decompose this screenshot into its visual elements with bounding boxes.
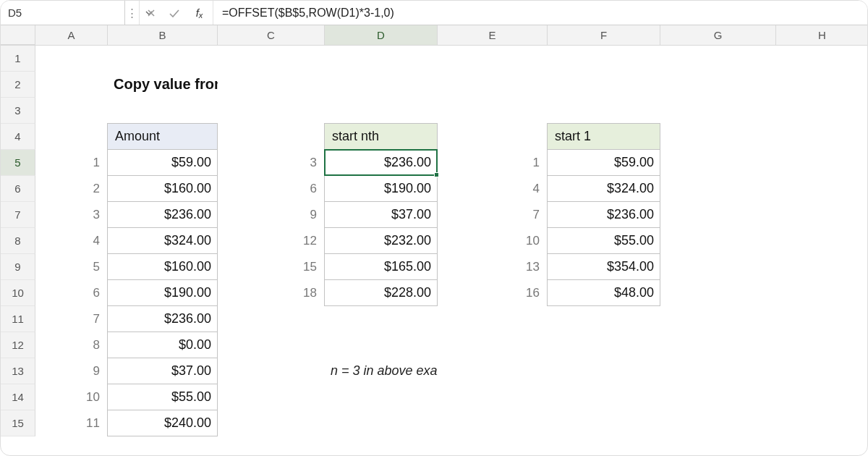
cell-E4[interactable]	[438, 124, 548, 150]
cell-H14[interactable]	[776, 384, 868, 410]
row-header-8[interactable]: 8	[1, 228, 35, 254]
cell-C14[interactable]	[218, 384, 325, 410]
cell-F1[interactable]	[548, 46, 660, 72]
select-all-corner[interactable]	[1, 25, 35, 45]
row-header-12[interactable]: 12	[1, 332, 35, 358]
start-nth-value[interactable]: $165.00	[324, 253, 438, 280]
amount-value[interactable]: $55.00	[107, 384, 218, 410]
cell-G9[interactable]	[660, 254, 776, 280]
start-1-value[interactable]: $55.00	[547, 227, 660, 254]
start-1-value[interactable]: $324.00	[547, 175, 660, 202]
cell-F2[interactable]	[548, 72, 660, 98]
cell-G12[interactable]	[660, 332, 776, 358]
cell-B1[interactable]	[108, 46, 218, 72]
start-1-value[interactable]: $354.00	[547, 253, 660, 280]
cell-C13[interactable]	[218, 358, 325, 384]
cell-C2[interactable]	[218, 72, 325, 98]
cell-H13[interactable]	[776, 358, 868, 384]
row-header-5[interactable]: 5	[1, 150, 35, 176]
amount-value[interactable]: $236.00	[107, 305, 218, 332]
cell-D14[interactable]	[325, 384, 438, 410]
start-nth-value[interactable]: $236.00	[324, 149, 438, 176]
cell-F12[interactable]	[548, 332, 660, 358]
row-header-9[interactable]: 9	[1, 254, 35, 280]
cell-F3[interactable]	[548, 98, 660, 124]
cell-C15[interactable]	[218, 410, 325, 436]
cell-C4[interactable]	[218, 124, 325, 150]
cell-D15[interactable]	[325, 410, 438, 436]
row-header-15[interactable]: 15	[1, 410, 35, 436]
cell-H6[interactable]	[776, 176, 868, 202]
cell-D2[interactable]	[325, 72, 438, 98]
cell-H10[interactable]	[776, 280, 868, 306]
amount-value[interactable]: $324.00	[107, 227, 218, 254]
row-header-11[interactable]: 11	[1, 306, 35, 332]
cell-E3[interactable]	[438, 98, 548, 124]
cell-G7[interactable]	[660, 202, 776, 228]
cell-G15[interactable]	[660, 410, 776, 436]
cell-G5[interactable]	[660, 150, 776, 176]
row-header-13[interactable]: 13	[1, 358, 35, 384]
cell-C11[interactable]	[218, 306, 325, 332]
cell-H15[interactable]	[776, 410, 868, 436]
amount-value[interactable]: $59.00	[107, 149, 218, 176]
insert-function-button[interactable]: fx	[186, 1, 213, 25]
start-1-value[interactable]: $48.00	[547, 279, 660, 306]
cell-F11[interactable]	[548, 306, 660, 332]
column-header-F[interactable]: F	[548, 25, 660, 45]
cell-G11[interactable]	[660, 306, 776, 332]
row-header-10[interactable]: 10	[1, 280, 35, 306]
column-header-H[interactable]: H	[776, 25, 868, 45]
cell-E1[interactable]	[438, 46, 548, 72]
cell-G1[interactable]	[660, 46, 776, 72]
cell-A4[interactable]	[35, 124, 108, 150]
start-nth-value[interactable]: $190.00	[324, 175, 438, 202]
cell-E14[interactable]	[438, 384, 548, 410]
cell-G10[interactable]	[660, 280, 776, 306]
start-1-value[interactable]: $236.00	[547, 201, 660, 228]
amount-value[interactable]: $37.00	[107, 358, 218, 384]
cell-C12[interactable]	[218, 332, 325, 358]
cell-E15[interactable]	[438, 410, 548, 436]
row-header-1[interactable]: 1	[1, 46, 35, 72]
column-header-D[interactable]: D	[325, 25, 438, 45]
amount-value[interactable]: $240.00	[107, 410, 218, 436]
cell-G13[interactable]	[660, 358, 776, 384]
cell-E13[interactable]	[438, 358, 548, 384]
amount-value[interactable]: $0.00	[107, 332, 218, 358]
cell-E12[interactable]	[438, 332, 548, 358]
start-1-value[interactable]: $59.00	[547, 149, 660, 176]
cell-G8[interactable]	[660, 228, 776, 254]
cell-H12[interactable]	[776, 332, 868, 358]
cell-H11[interactable]	[776, 306, 868, 332]
cell-A1[interactable]	[35, 46, 108, 72]
cell-A2[interactable]	[35, 72, 108, 98]
cell-F15[interactable]	[548, 410, 660, 436]
cancel-icon[interactable]	[140, 1, 163, 25]
cell-F14[interactable]	[548, 384, 660, 410]
amount-value[interactable]: $236.00	[107, 201, 218, 228]
row-header-7[interactable]: 7	[1, 202, 35, 228]
column-header-B[interactable]: B	[108, 25, 218, 45]
start-nth-value[interactable]: $228.00	[324, 279, 438, 306]
cell-G2[interactable]	[660, 72, 776, 98]
cell-C3[interactable]	[218, 98, 325, 124]
column-header-E[interactable]: E	[438, 25, 548, 45]
formula-input[interactable]: =OFFSET($B$5,ROW(D1)*3-1,0)	[213, 1, 867, 25]
cell-E11[interactable]	[438, 306, 548, 332]
cell-B3[interactable]	[108, 98, 218, 124]
enter-icon[interactable]	[163, 1, 186, 25]
cell-H4[interactable]	[776, 124, 868, 150]
cell-H2[interactable]	[776, 72, 868, 98]
cell-H8[interactable]	[776, 228, 868, 254]
cell-H9[interactable]	[776, 254, 868, 280]
start-nth-value[interactable]: $232.00	[324, 227, 438, 254]
cell-G4[interactable]	[660, 124, 776, 150]
amount-value[interactable]: $160.00	[107, 253, 218, 280]
column-header-G[interactable]: G	[660, 25, 776, 45]
cell-D12[interactable]	[325, 332, 438, 358]
cell-H3[interactable]	[776, 98, 868, 124]
cell-H7[interactable]	[776, 202, 868, 228]
cell-D3[interactable]	[325, 98, 438, 124]
cell-H5[interactable]	[776, 150, 868, 176]
